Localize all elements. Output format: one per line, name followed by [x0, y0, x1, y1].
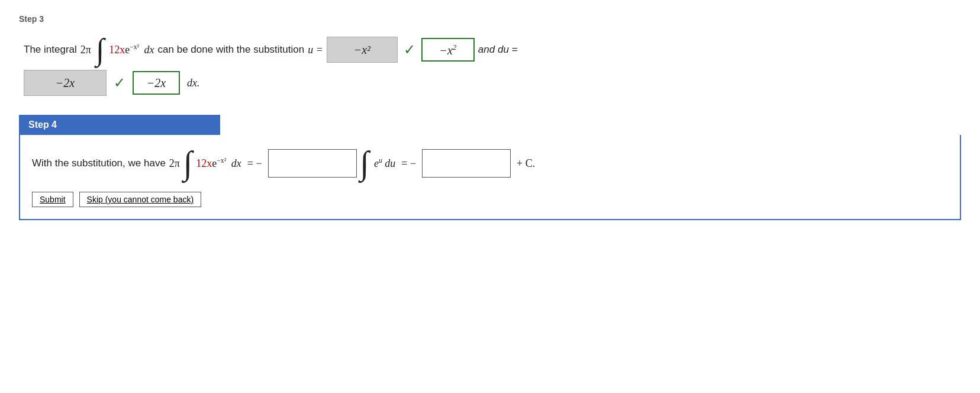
step3-line2: −2x ✓ −2x dx.	[24, 70, 961, 96]
step3-u-equals: u =	[308, 44, 323, 56]
step4-dx: dx	[231, 157, 241, 169]
step4-integral1: ∫	[183, 149, 192, 178]
step4-button-row: Submit Skip (you cannot come back)	[32, 192, 948, 207]
step3-dx2: dx.	[187, 77, 200, 89]
step3-dx: dx	[144, 44, 154, 56]
step3-label: Step 3	[19, 14, 961, 24]
step4-input1[interactable]	[268, 149, 357, 178]
step4-container: Step 4 With the substitution, we have 2π…	[19, 115, 961, 220]
step3-correct-u: −x2	[421, 38, 475, 62]
step3-exp: −x²	[130, 43, 139, 51]
skip-button[interactable]: Skip (you cannot come back)	[79, 192, 202, 207]
step4-prefix: With the substitution, we have	[32, 157, 166, 169]
step4-integrand: 12xe−x² dx	[196, 157, 241, 170]
step4-integral2: ∫	[360, 149, 369, 178]
step3-checkmark-u: ✓	[404, 41, 415, 58]
step3-2pi: 2π	[80, 44, 91, 56]
step3-answer-u: −x²	[327, 37, 398, 63]
step4-equation-row: With the substitution, we have 2π ∫ 12xe…	[32, 149, 948, 178]
step4-2pi: 2π	[169, 157, 180, 170]
step4-exp: −x²	[217, 157, 226, 165]
step3-prefix: The integral	[24, 44, 77, 56]
step3-middle-text: can be done with the substitution	[158, 44, 305, 56]
step3-line1: The integral 2π ∫ 12xe−x² dx can be done…	[19, 34, 961, 65]
step4-12x: 12x	[196, 157, 212, 169]
step4-label: Step 4	[19, 115, 220, 135]
step3-12x: 12x	[109, 44, 125, 56]
step4-eq-neg2: = −	[401, 157, 416, 170]
submit-button[interactable]: Submit	[32, 192, 73, 207]
step3-and-du: and du =	[478, 44, 518, 56]
step3-e: e	[125, 44, 130, 56]
step4-eq-neg1: = −	[247, 157, 262, 170]
step3-integral-symbol: ∫	[96, 34, 104, 65]
step4-plus-c: + C.	[517, 157, 535, 170]
step4-eu-du: eu du	[374, 157, 395, 170]
step4-body: With the substitution, we have 2π ∫ 12xe…	[20, 135, 960, 219]
step3-checkmark-du: ✓	[114, 75, 125, 91]
step4-input2[interactable]	[422, 149, 511, 178]
step3-answer-du: −2x	[24, 70, 107, 96]
step4-box: With the substitution, we have 2π ∫ 12xe…	[19, 135, 961, 220]
step3-correct-du: −2x	[133, 71, 180, 95]
step3-integrand: 12xe−x² dx	[109, 43, 154, 56]
